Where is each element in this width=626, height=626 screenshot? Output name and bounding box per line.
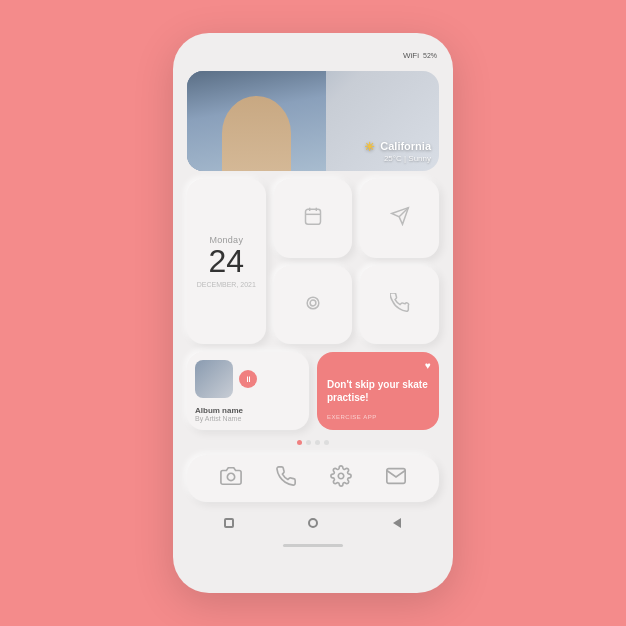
weather-detail: 25°C | Sunny bbox=[364, 154, 431, 163]
svg-point-9 bbox=[338, 474, 344, 480]
nav-home-button[interactable] bbox=[304, 514, 322, 532]
sun-icon: ☀ bbox=[364, 140, 375, 154]
dock-mail-icon[interactable] bbox=[385, 465, 407, 492]
nav-circle-icon bbox=[308, 518, 318, 528]
dot-4 bbox=[324, 440, 329, 445]
dot-1 bbox=[297, 440, 302, 445]
album-name: Album name bbox=[195, 406, 301, 415]
exercise-app-label: EXERCISE APP bbox=[327, 414, 429, 420]
weather-card[interactable]: ☀ California 25°C | Sunny bbox=[187, 71, 439, 171]
phone-frame: WiFi 52% ☀ California 25°C | Sunny Monda… bbox=[173, 33, 453, 593]
dock bbox=[187, 455, 439, 502]
dot-2 bbox=[306, 440, 311, 445]
exercise-widget[interactable]: ♥ Don't skip your skate practise! EXERCI… bbox=[317, 352, 439, 430]
person-photo bbox=[187, 71, 326, 171]
bottom-widgets: ⏸ Album name By Artist Name ♥ Don't skip… bbox=[187, 352, 439, 430]
phone-widget[interactable] bbox=[360, 266, 439, 345]
music-info: Album name By Artist Name bbox=[195, 406, 301, 422]
battery-indicator: 52% bbox=[423, 52, 437, 59]
nav-back-button[interactable] bbox=[388, 514, 406, 532]
heart-icon: ♥ bbox=[425, 360, 431, 371]
svg-point-6 bbox=[310, 300, 316, 306]
page-dots bbox=[187, 438, 439, 447]
artist-name: By Artist Name bbox=[195, 415, 301, 422]
weather-location: ☀ California bbox=[364, 140, 431, 154]
dock-settings-icon[interactable] bbox=[330, 465, 352, 492]
camera-widget[interactable] bbox=[274, 266, 353, 345]
date-widget[interactable]: Monday 24 DECEMBER, 2021 bbox=[187, 179, 266, 344]
widget-grid: Monday 24 DECEMBER, 2021 bbox=[187, 179, 439, 344]
exercise-message: Don't skip your skate practise! bbox=[327, 378, 429, 404]
send-widget[interactable] bbox=[360, 179, 439, 258]
phone-icon bbox=[390, 293, 410, 318]
svg-point-8 bbox=[227, 474, 234, 481]
dot-3 bbox=[315, 440, 320, 445]
music-widget[interactable]: ⏸ Album name By Artist Name bbox=[187, 352, 309, 430]
weather-photo bbox=[187, 71, 326, 171]
calendar-icon bbox=[303, 206, 323, 231]
nav-bar bbox=[187, 510, 439, 536]
send-icon bbox=[390, 206, 410, 231]
pause-icon: ⏸ bbox=[244, 375, 252, 384]
nav-square-button[interactable] bbox=[220, 514, 238, 532]
weather-info: ☀ California 25°C | Sunny bbox=[364, 140, 431, 163]
calendar-widget[interactable] bbox=[274, 179, 353, 258]
dock-camera-icon[interactable] bbox=[220, 465, 242, 492]
dock-phone-icon[interactable] bbox=[275, 465, 297, 492]
album-art bbox=[195, 360, 233, 398]
svg-point-7 bbox=[307, 297, 319, 309]
pause-button[interactable]: ⏸ bbox=[239, 370, 257, 388]
music-top: ⏸ bbox=[195, 360, 301, 398]
month-year: DECEMBER, 2021 bbox=[197, 281, 256, 288]
nav-square-icon bbox=[224, 518, 234, 528]
nav-triangle-icon bbox=[393, 518, 401, 528]
status-bar: WiFi 52% bbox=[187, 49, 439, 63]
svg-rect-0 bbox=[305, 209, 320, 224]
home-indicator bbox=[283, 544, 343, 547]
day-number: 24 bbox=[209, 245, 245, 277]
wifi-icon: WiFi bbox=[403, 51, 419, 60]
camera-icon bbox=[303, 293, 323, 318]
